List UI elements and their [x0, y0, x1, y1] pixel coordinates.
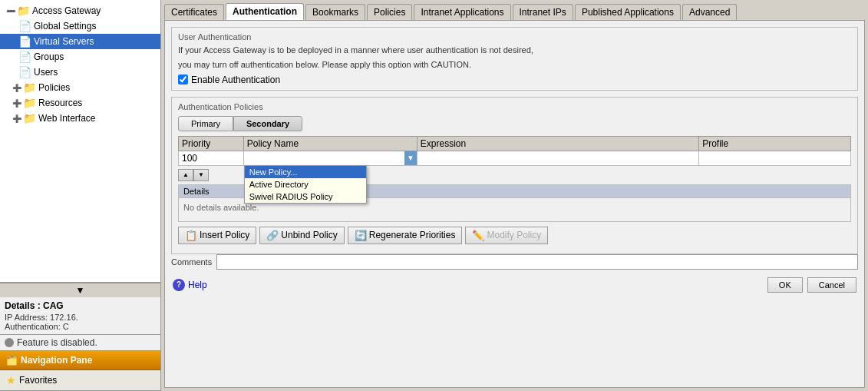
dropdown-item-swivel-radius[interactable]: Swivel RADIUS Policy: [245, 191, 366, 203]
help-label: Help: [188, 280, 207, 290]
feature-disabled-row: Feature is disabled.: [0, 335, 160, 351]
unbind-policy-button[interactable]: 🔗 Unbind Policy: [259, 227, 344, 244]
policy-dropdown-list: New Policy... Active Directory Swivel RA…: [244, 165, 367, 204]
page-icon: 📄: [18, 51, 31, 63]
primary-button[interactable]: Primary: [178, 116, 233, 131]
sidebar-item-label: Access Gateway: [32, 5, 101, 16]
sidebar-item-label: Policies: [38, 82, 70, 93]
tab-label: Certificates: [171, 7, 217, 18]
expand-icon: ➕: [12, 99, 21, 108]
scroll-down-arrow[interactable]: ▼: [0, 283, 160, 297]
col-policy-name: Policy Name: [243, 136, 417, 151]
favorites-button[interactable]: ★ Favorites: [0, 370, 160, 391]
panel-footer: ? Help OK Cancel: [171, 274, 858, 293]
folder-icon: 📁: [23, 112, 36, 124]
move-down-button[interactable]: ▼: [193, 169, 209, 181]
tab-advanced[interactable]: Advanced: [682, 4, 737, 20]
tab-bookmarks[interactable]: Bookmarks: [305, 4, 365, 20]
tab-published-applications[interactable]: Published Applications: [575, 4, 681, 20]
col-profile: Profile: [699, 136, 851, 151]
tab-authentication[interactable]: Authentication: [226, 3, 304, 20]
col-priority: Priority: [179, 136, 244, 151]
modify-policy-button[interactable]: ✏️ Modify Policy: [465, 227, 548, 244]
details-ip: IP Address: 172.16.: [5, 313, 156, 322]
sidebar-item-label: Virtual Servers: [34, 36, 94, 47]
page-icon: 📄: [18, 66, 31, 78]
folder-icon: 📁: [23, 81, 36, 94]
tab-intranet-applications[interactable]: Intranet Applications: [414, 4, 510, 20]
sidebar-item-access-gateway[interactable]: ➖ 📁 Access Gateway: [0, 3, 160, 18]
tab-intranet-ips[interactable]: Intranet IPs: [513, 4, 573, 20]
col-expression: Expression: [417, 136, 698, 151]
insert-policy-button[interactable]: 📋 Insert Policy: [178, 227, 256, 244]
navigation-pane-button[interactable]: 🗂️ Navigation Pane: [0, 351, 160, 370]
sidebar-tree: ➖ 📁 Access Gateway 📄 Global Settings 📄 V…: [0, 0, 160, 282]
sidebar-item-label: Web Interface: [38, 113, 95, 124]
regen-icon: 🔄: [355, 230, 367, 241]
move-up-button[interactable]: ▲: [178, 169, 193, 181]
enable-auth-checkbox[interactable]: [178, 75, 188, 84]
sidebar-bottom: ▼ Details : CAG IP Address: 172.16. Auth…: [0, 282, 160, 391]
user-auth-section: User Authentication If your Access Gatew…: [171, 27, 858, 91]
tab-strip: Certificates Authentication Bookmarks Po…: [164, 3, 865, 20]
details-title: Details : CAG: [5, 300, 156, 311]
comments-label: Comments: [171, 257, 212, 267]
sidebar-item-label: Global Settings: [34, 21, 96, 31]
dropdown-arrow-icon[interactable]: ▼: [404, 151, 417, 165]
dropdown-item-active-directory[interactable]: Active Directory: [245, 178, 366, 191]
details-auth: Authentication: C: [5, 322, 156, 331]
sidebar-item-label: Resources: [38, 98, 82, 108]
auth-policies-title: Authentication Policies: [178, 102, 851, 111]
insert-policy-label: Insert Policy: [200, 230, 249, 240]
tab-label: Intranet IPs: [520, 7, 566, 18]
info-icon: [5, 338, 14, 347]
sidebar-item-policies[interactable]: ➕ 📁 Policies: [0, 80, 160, 95]
dropdown-item-new-policy[interactable]: New Policy...: [245, 166, 366, 178]
expand-icon: ➕: [12, 84, 21, 92]
cancel-button[interactable]: Cancel: [807, 277, 856, 293]
tab-label: Published Applications: [582, 7, 674, 18]
sidebar-item-label: Users: [34, 67, 58, 78]
tab-certificates[interactable]: Certificates: [164, 4, 224, 20]
sidebar-item-resources[interactable]: ➕ 📁 Resources: [0, 95, 160, 111]
policy-name-input[interactable]: [244, 153, 404, 164]
insert-icon: 📋: [185, 230, 197, 241]
star-icon: ★: [6, 374, 16, 386]
enable-auth-label: Enable Authentication: [191, 75, 280, 85]
user-auth-desc1: If your Access Gateway is to be deployed…: [178, 45, 851, 56]
unbind-icon: 🔗: [266, 230, 279, 241]
details-section: Details : CAG IP Address: 172.16. Authen…: [0, 297, 160, 335]
sidebar-item-groups[interactable]: 📄 Groups: [0, 49, 160, 65]
page-icon: 📄: [18, 35, 31, 48]
tab-label: Bookmarks: [312, 7, 358, 18]
regenerate-priorities-button[interactable]: 🔄 Regenerate Priorities: [348, 227, 463, 244]
policy-name-cell: ▼ New Policy... Active Directory Swivel …: [243, 151, 417, 165]
feature-disabled-text: Feature is disabled.: [17, 337, 97, 348]
priority-cell: 100: [179, 151, 244, 165]
ok-button[interactable]: OK: [767, 277, 803, 293]
favorites-label: Favorites: [19, 375, 57, 386]
tab-label: Advanced: [689, 7, 730, 18]
comments-input[interactable]: [216, 254, 858, 270]
sidebar-item-global-settings[interactable]: 📄 Global Settings: [0, 18, 160, 34]
primary-secondary-group: Primary Secondary: [178, 116, 851, 131]
user-auth-desc2: you may turn off authentication below. P…: [178, 59, 851, 71]
sidebar: ➖ 📁 Access Gateway 📄 Global Settings 📄 V…: [0, 0, 161, 391]
table-row: 100 ▼ New Policy... Active Directory: [179, 151, 851, 165]
tab-policies[interactable]: Policies: [367, 4, 412, 20]
tab-label: Authentication: [233, 6, 297, 17]
policy-name-dropdown[interactable]: ▼: [244, 151, 417, 165]
help-icon: ?: [173, 279, 185, 291]
nav-pane-icon: 🗂️: [6, 355, 18, 366]
secondary-button[interactable]: Secondary: [233, 116, 302, 131]
main-content: Certificates Authentication Bookmarks Po…: [161, 0, 868, 391]
expand-icon: ➕: [12, 114, 21, 123]
expand-icon: ➖: [6, 7, 15, 15]
enable-auth-row: Enable Authentication: [178, 75, 851, 85]
modify-label: Modify Policy: [487, 230, 541, 240]
sidebar-item-virtual-servers[interactable]: 📄 Virtual Servers: [0, 34, 160, 49]
regenerate-label: Regenerate Priorities: [369, 230, 456, 240]
sidebar-item-users[interactable]: 📄 Users: [0, 65, 160, 80]
sidebar-item-web-interface[interactable]: ➕ 📁 Web Interface: [0, 111, 160, 126]
help-link[interactable]: ? Help: [173, 279, 207, 291]
